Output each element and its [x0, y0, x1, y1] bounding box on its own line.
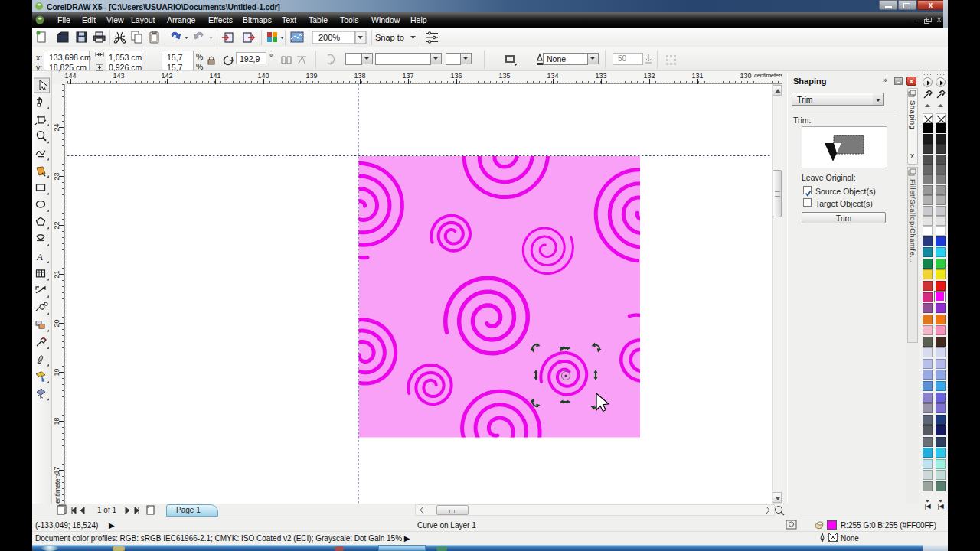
svg-text:A: A: [36, 251, 43, 262]
svg-text:Snap to: Snap to: [375, 33, 404, 42]
svg-text:200%: 200%: [318, 33, 340, 42]
